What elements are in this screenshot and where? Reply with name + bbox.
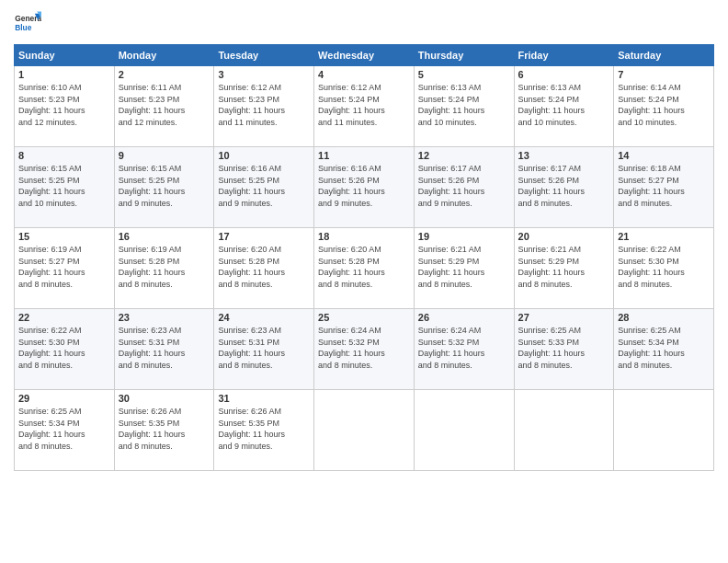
logo-icon: General Blue <box>14 9 41 37</box>
day-number: 21 <box>618 231 710 242</box>
day-number: 31 <box>218 393 310 404</box>
day-info: Sunrise: 6:12 AM Sunset: 5:23 PM Dayligh… <box>218 82 310 128</box>
day-number: 29 <box>18 393 110 404</box>
calendar-week-1: 8Sunrise: 6:15 AM Sunset: 5:25 PM Daylig… <box>15 147 714 228</box>
day-info: Sunrise: 6:23 AM Sunset: 5:31 PM Dayligh… <box>218 325 310 371</box>
calendar-cell <box>514 390 614 471</box>
day-info: Sunrise: 6:15 AM Sunset: 5:25 PM Dayligh… <box>119 163 210 209</box>
day-number: 13 <box>518 150 610 161</box>
calendar-cell: 10Sunrise: 6:16 AM Sunset: 5:25 PM Dayli… <box>214 147 314 228</box>
day-number: 6 <box>518 69 610 80</box>
calendar-cell: 22Sunrise: 6:22 AM Sunset: 5:30 PM Dayli… <box>15 309 115 390</box>
calendar-header-saturday: Saturday <box>614 45 714 66</box>
day-number: 7 <box>618 69 710 80</box>
day-info: Sunrise: 6:12 AM Sunset: 5:24 PM Dayligh… <box>318 82 410 128</box>
day-number: 9 <box>119 150 210 161</box>
day-info: Sunrise: 6:21 AM Sunset: 5:29 PM Dayligh… <box>518 244 610 290</box>
calendar-header-row: SundayMondayTuesdayWednesdayThursdayFrid… <box>15 45 714 66</box>
calendar-cell: 1Sunrise: 6:10 AM Sunset: 5:23 PM Daylig… <box>15 66 115 147</box>
calendar-cell: 20Sunrise: 6:21 AM Sunset: 5:29 PM Dayli… <box>514 228 614 309</box>
day-number: 22 <box>18 312 110 323</box>
day-info: Sunrise: 6:16 AM Sunset: 5:26 PM Dayligh… <box>318 163 410 209</box>
calendar-header-tuesday: Tuesday <box>214 45 314 66</box>
calendar-cell: 2Sunrise: 6:11 AM Sunset: 5:23 PM Daylig… <box>114 66 214 147</box>
calendar-cell: 21Sunrise: 6:22 AM Sunset: 5:30 PM Dayli… <box>614 228 714 309</box>
page-container: General Blue SundayMondayTuesdayWednesda… <box>0 0 728 563</box>
day-number: 25 <box>318 312 410 323</box>
calendar-cell: 7Sunrise: 6:14 AM Sunset: 5:24 PM Daylig… <box>614 66 714 147</box>
calendar-header-thursday: Thursday <box>414 45 514 66</box>
calendar-header-friday: Friday <box>514 45 614 66</box>
calendar-cell <box>414 390 514 471</box>
day-number: 14 <box>618 150 710 161</box>
day-info: Sunrise: 6:25 AM Sunset: 5:33 PM Dayligh… <box>518 325 610 371</box>
calendar-cell: 19Sunrise: 6:21 AM Sunset: 5:29 PM Dayli… <box>414 228 514 309</box>
day-info: Sunrise: 6:11 AM Sunset: 5:23 PM Dayligh… <box>119 82 210 128</box>
calendar-week-2: 15Sunrise: 6:19 AM Sunset: 5:27 PM Dayli… <box>15 228 714 309</box>
calendar-cell <box>614 390 714 471</box>
calendar-header-sunday: Sunday <box>15 45 115 66</box>
calendar-cell: 6Sunrise: 6:13 AM Sunset: 5:24 PM Daylig… <box>514 66 614 147</box>
day-info: Sunrise: 6:26 AM Sunset: 5:35 PM Dayligh… <box>119 406 210 452</box>
calendar-table: SundayMondayTuesdayWednesdayThursdayFrid… <box>14 44 714 471</box>
calendar-cell: 9Sunrise: 6:15 AM Sunset: 5:25 PM Daylig… <box>114 147 214 228</box>
calendar-cell: 30Sunrise: 6:26 AM Sunset: 5:35 PM Dayli… <box>114 390 214 471</box>
day-info: Sunrise: 6:22 AM Sunset: 5:30 PM Dayligh… <box>618 244 710 290</box>
header: General Blue <box>14 9 714 37</box>
calendar-cell: 28Sunrise: 6:25 AM Sunset: 5:34 PM Dayli… <box>614 309 714 390</box>
day-info: Sunrise: 6:25 AM Sunset: 5:34 PM Dayligh… <box>18 406 110 452</box>
calendar-cell: 15Sunrise: 6:19 AM Sunset: 5:27 PM Dayli… <box>15 228 115 309</box>
day-info: Sunrise: 6:26 AM Sunset: 5:35 PM Dayligh… <box>218 406 310 452</box>
calendar-cell: 27Sunrise: 6:25 AM Sunset: 5:33 PM Dayli… <box>514 309 614 390</box>
calendar-cell: 12Sunrise: 6:17 AM Sunset: 5:26 PM Dayli… <box>414 147 514 228</box>
day-info: Sunrise: 6:14 AM Sunset: 5:24 PM Dayligh… <box>618 82 710 128</box>
calendar-cell: 29Sunrise: 6:25 AM Sunset: 5:34 PM Dayli… <box>15 390 115 471</box>
day-number: 28 <box>618 312 710 323</box>
calendar-cell: 24Sunrise: 6:23 AM Sunset: 5:31 PM Dayli… <box>214 309 314 390</box>
day-info: Sunrise: 6:19 AM Sunset: 5:28 PM Dayligh… <box>119 244 210 290</box>
calendar-cell: 8Sunrise: 6:15 AM Sunset: 5:25 PM Daylig… <box>15 147 115 228</box>
logo: General Blue <box>14 9 41 37</box>
day-info: Sunrise: 6:17 AM Sunset: 5:26 PM Dayligh… <box>418 163 510 209</box>
day-number: 24 <box>218 312 310 323</box>
day-number: 19 <box>418 231 510 242</box>
calendar-week-0: 1Sunrise: 6:10 AM Sunset: 5:23 PM Daylig… <box>15 66 714 147</box>
day-number: 17 <box>218 231 310 242</box>
day-number: 18 <box>318 231 410 242</box>
day-number: 12 <box>418 150 510 161</box>
day-number: 5 <box>418 69 510 80</box>
calendar-cell: 25Sunrise: 6:24 AM Sunset: 5:32 PM Dayli… <box>314 309 415 390</box>
calendar-week-4: 29Sunrise: 6:25 AM Sunset: 5:34 PM Dayli… <box>15 390 714 471</box>
calendar-cell: 16Sunrise: 6:19 AM Sunset: 5:28 PM Dayli… <box>114 228 214 309</box>
day-number: 26 <box>418 312 510 323</box>
day-number: 10 <box>218 150 310 161</box>
calendar-cell: 11Sunrise: 6:16 AM Sunset: 5:26 PM Dayli… <box>314 147 415 228</box>
day-number: 15 <box>18 231 110 242</box>
calendar-header-wednesday: Wednesday <box>314 45 415 66</box>
day-number: 3 <box>218 69 310 80</box>
day-info: Sunrise: 6:25 AM Sunset: 5:34 PM Dayligh… <box>618 325 710 371</box>
svg-text:Blue: Blue <box>15 23 32 32</box>
day-info: Sunrise: 6:16 AM Sunset: 5:25 PM Dayligh… <box>218 163 310 209</box>
day-number: 16 <box>119 231 210 242</box>
day-info: Sunrise: 6:21 AM Sunset: 5:29 PM Dayligh… <box>418 244 510 290</box>
day-number: 2 <box>119 69 210 80</box>
calendar-cell: 17Sunrise: 6:20 AM Sunset: 5:28 PM Dayli… <box>214 228 314 309</box>
calendar-cell: 23Sunrise: 6:23 AM Sunset: 5:31 PM Dayli… <box>114 309 214 390</box>
calendar-cell: 31Sunrise: 6:26 AM Sunset: 5:35 PM Dayli… <box>214 390 314 471</box>
day-number: 4 <box>318 69 410 80</box>
day-info: Sunrise: 6:13 AM Sunset: 5:24 PM Dayligh… <box>418 82 510 128</box>
calendar-cell: 3Sunrise: 6:12 AM Sunset: 5:23 PM Daylig… <box>214 66 314 147</box>
day-number: 27 <box>518 312 610 323</box>
calendar-cell: 14Sunrise: 6:18 AM Sunset: 5:27 PM Dayli… <box>614 147 714 228</box>
day-info: Sunrise: 6:22 AM Sunset: 5:30 PM Dayligh… <box>18 325 110 371</box>
day-number: 23 <box>119 312 210 323</box>
calendar-cell: 5Sunrise: 6:13 AM Sunset: 5:24 PM Daylig… <box>414 66 514 147</box>
day-number: 11 <box>318 150 410 161</box>
day-info: Sunrise: 6:13 AM Sunset: 5:24 PM Dayligh… <box>518 82 610 128</box>
calendar-cell: 26Sunrise: 6:24 AM Sunset: 5:32 PM Dayli… <box>414 309 514 390</box>
day-info: Sunrise: 6:24 AM Sunset: 5:32 PM Dayligh… <box>318 325 410 371</box>
calendar-week-3: 22Sunrise: 6:22 AM Sunset: 5:30 PM Dayli… <box>15 309 714 390</box>
day-info: Sunrise: 6:19 AM Sunset: 5:27 PM Dayligh… <box>18 244 110 290</box>
day-number: 30 <box>119 393 210 404</box>
